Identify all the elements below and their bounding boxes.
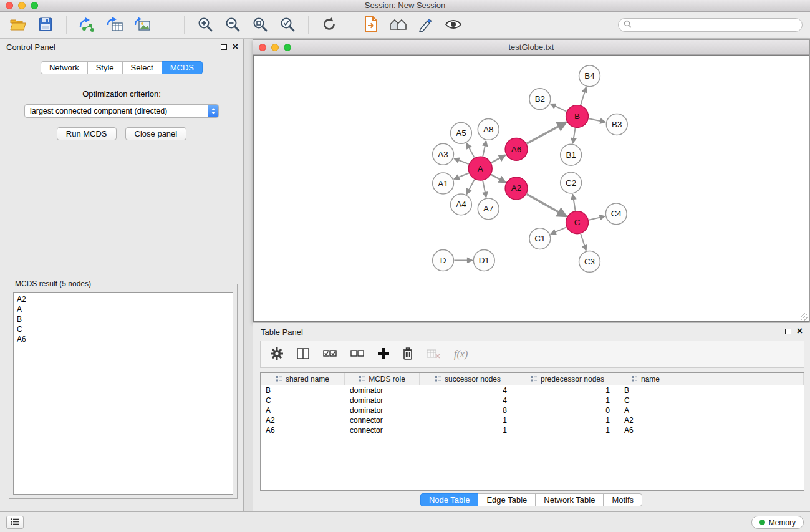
search-box[interactable] xyxy=(618,18,803,32)
column-header-MCDS-role[interactable]: MCDS role xyxy=(345,373,420,385)
column-header-predecessor-nodes[interactable]: predecessor nodes xyxy=(516,373,619,385)
table-cell[interactable]: 1 xyxy=(420,415,516,425)
table-cell[interactable]: 0 xyxy=(516,405,619,415)
refresh-layout-button[interactable] xyxy=(319,14,340,36)
graph-node-D1[interactable]: D1 xyxy=(473,250,494,271)
network-window[interactable]: testGlobe.txt AA2A6BCA1A3A4A5A7A8B1B2B3B… xyxy=(253,39,810,322)
table-cell[interactable]: connector xyxy=(345,415,420,425)
open-session-button[interactable] xyxy=(7,14,29,36)
table-cell[interactable]: A xyxy=(261,405,345,415)
graph-edge-C-C3[interactable] xyxy=(581,234,586,251)
graph-edge-A-A4[interactable] xyxy=(466,180,475,194)
table-row[interactable]: Bdominator41B xyxy=(261,385,804,395)
annotation-button[interactable] xyxy=(415,14,436,36)
tab-select[interactable]: Select xyxy=(122,61,162,74)
graph-node-D[interactable]: D xyxy=(433,250,454,271)
function-builder-button[interactable]: f(x) xyxy=(454,349,468,360)
zoom-fit-button[interactable] xyxy=(249,14,271,36)
column-header-name[interactable]: name xyxy=(619,373,672,385)
close-panel-button[interactable]: × xyxy=(233,42,238,52)
graph-edge-B-B2[interactable] xyxy=(551,104,566,112)
graph-node-B3[interactable]: B3 xyxy=(606,114,627,135)
import-network-button[interactable] xyxy=(77,14,98,36)
table-cell[interactable]: 4 xyxy=(420,385,516,395)
table-cell[interactable]: 1 xyxy=(516,425,619,435)
close-mcds-panel-button[interactable]: Close panel xyxy=(125,127,187,140)
tab-node-table[interactable]: Node Table xyxy=(420,493,479,506)
select-all-button[interactable] xyxy=(323,349,337,360)
graph-node-C2[interactable]: C2 xyxy=(561,172,582,193)
tab-edge-table[interactable]: Edge Table xyxy=(478,493,536,506)
node-table[interactable]: shared nameMCDS rolesuccessor nodesprede… xyxy=(260,372,804,491)
run-mcds-button[interactable]: Run MCDS xyxy=(57,127,117,140)
result-item[interactable]: B xyxy=(17,314,229,324)
result-item[interactable]: A2 xyxy=(17,294,229,304)
deselect-all-button[interactable] xyxy=(350,349,364,360)
close-table-panel-button[interactable]: × xyxy=(797,327,803,336)
graph-node-B4[interactable]: B4 xyxy=(579,65,600,87)
table-cell[interactable]: 1 xyxy=(516,395,619,405)
graph-node-C1[interactable]: C1 xyxy=(529,228,551,249)
graph-edge-A-A3[interactable] xyxy=(454,158,468,164)
minimize-window-button[interactable] xyxy=(18,2,26,9)
network-close-button[interactable] xyxy=(259,44,266,51)
criterion-dropdown[interactable]: largest connected component (directed) xyxy=(24,104,219,118)
float-panel-button[interactable] xyxy=(221,42,227,52)
graph-node-B1[interactable]: B1 xyxy=(561,144,582,165)
column-header-shared-name[interactable]: shared name xyxy=(261,373,345,385)
graph-node-A7[interactable]: A7 xyxy=(478,198,499,220)
graph-node-C4[interactable]: C4 xyxy=(605,203,627,225)
result-item[interactable]: A xyxy=(17,304,229,314)
graph-edge-B-B4[interactable] xyxy=(581,87,586,105)
table-cell[interactable]: A6 xyxy=(261,425,345,435)
table-cell[interactable]: A2 xyxy=(261,415,345,425)
graph-node-A8[interactable]: A8 xyxy=(478,119,499,140)
table-row[interactable]: A6connector11A6 xyxy=(261,425,804,435)
tab-mcds[interactable]: MCDS xyxy=(162,61,203,74)
graph-node-A1[interactable]: A1 xyxy=(433,173,454,194)
graph-node-A2[interactable]: A2 xyxy=(505,177,528,200)
mcds-result-list[interactable]: A2ABCA6 xyxy=(13,292,233,495)
zoom-selected-button[interactable] xyxy=(277,14,298,36)
graph-node-A[interactable]: A xyxy=(468,157,492,180)
table-cell[interactable]: 8 xyxy=(420,405,516,415)
result-item[interactable]: A6 xyxy=(17,334,229,344)
table-cell[interactable]: connector xyxy=(345,425,420,435)
table-row[interactable]: Adominator80A xyxy=(261,405,804,415)
add-row-button[interactable] xyxy=(378,348,389,361)
zoom-window-button[interactable] xyxy=(31,2,38,9)
zoom-out-button[interactable] xyxy=(222,14,243,36)
task-history-button[interactable] xyxy=(6,516,24,529)
zoom-in-button[interactable] xyxy=(195,14,216,36)
home-views-button[interactable] xyxy=(388,14,409,36)
table-cell[interactable]: A6 xyxy=(619,425,672,435)
column-header-successor-nodes[interactable]: successor nodes xyxy=(420,373,516,385)
result-item[interactable]: C xyxy=(17,324,229,334)
graph-node-A6[interactable]: A6 xyxy=(505,138,528,160)
tab-network-table[interactable]: Network Table xyxy=(535,493,604,506)
graph-node-A4[interactable]: A4 xyxy=(451,194,472,215)
graph-edge-B-B3[interactable] xyxy=(589,118,605,122)
open-document-button[interactable] xyxy=(360,14,382,36)
window-titlebar[interactable]: Session: New Session xyxy=(0,0,810,12)
graph-node-B2[interactable]: B2 xyxy=(529,89,551,110)
tab-style[interactable]: Style xyxy=(87,61,123,74)
network-zoom-button[interactable] xyxy=(284,44,291,51)
graph-node-A5[interactable]: A5 xyxy=(451,122,472,143)
table-cell[interactable]: dominator xyxy=(345,405,420,415)
delete-table-button[interactable] xyxy=(427,348,440,361)
graph-edge-B-B1[interactable] xyxy=(573,128,576,143)
graph-edge-C-C4[interactable] xyxy=(589,216,605,220)
graph-edge-A-A8[interactable] xyxy=(483,141,486,157)
network-minimize-button[interactable] xyxy=(271,44,279,51)
search-input[interactable] xyxy=(635,21,797,29)
graph-node-B[interactable]: B xyxy=(566,105,589,128)
table-cell[interactable]: B xyxy=(261,385,345,395)
table-cell[interactable]: dominator xyxy=(345,385,420,395)
graph-node-A3[interactable]: A3 xyxy=(433,143,454,165)
table-row[interactable]: A2connector11A2 xyxy=(261,415,804,425)
network-graph[interactable]: AA2A6BCA1A3A4A5A7A8B1B2B3B4C1C2C3C4DD1 xyxy=(254,56,809,321)
table-cell[interactable]: B xyxy=(619,385,672,395)
graph-node-C3[interactable]: C3 xyxy=(579,251,600,273)
network-canvas[interactable]: AA2A6BCA1A3A4A5A7A8B1B2B3B4C1C2C3C4DD1 xyxy=(253,55,809,322)
